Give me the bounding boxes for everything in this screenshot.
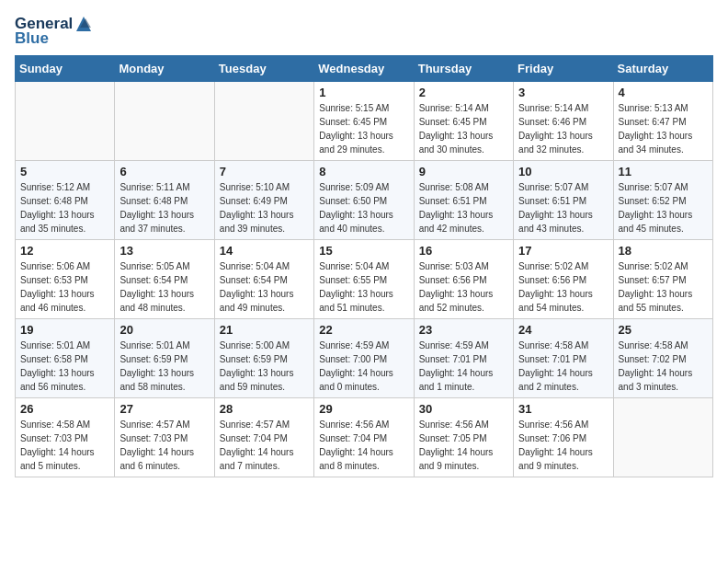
calendar-cell: 8Sunrise: 5:09 AMSunset: 6:50 PMDaylight… <box>314 161 414 240</box>
calendar-cell: 12Sunrise: 5:06 AMSunset: 6:53 PMDayligh… <box>16 240 115 319</box>
day-number: 4 <box>619 86 708 99</box>
day-info: Sunrise: 5:08 AMSunset: 6:51 PMDaylight:… <box>419 180 508 236</box>
calendar-cell: 16Sunrise: 5:03 AMSunset: 6:56 PMDayligh… <box>414 240 513 319</box>
calendar-cell: 6Sunrise: 5:11 AMSunset: 6:48 PMDaylight… <box>115 161 214 240</box>
calendar-week-row: 19Sunrise: 5:01 AMSunset: 6:58 PMDayligh… <box>16 319 713 398</box>
calendar-week-row: 26Sunrise: 4:58 AMSunset: 7:03 PMDayligh… <box>16 398 713 477</box>
day-number: 19 <box>20 323 109 337</box>
calendar-cell: 25Sunrise: 4:58 AMSunset: 7:02 PMDayligh… <box>613 319 712 398</box>
day-number: 24 <box>518 323 608 337</box>
weekday-header: Sunday <box>16 56 115 82</box>
logo-triangle-icon <box>74 15 91 33</box>
day-info: Sunrise: 5:04 AMSunset: 6:54 PMDaylight:… <box>220 259 309 315</box>
day-info: Sunrise: 5:03 AMSunset: 6:56 PMDaylight:… <box>419 259 508 315</box>
day-info: Sunrise: 5:01 AMSunset: 6:58 PMDaylight:… <box>20 339 109 394</box>
day-number: 14 <box>220 244 309 258</box>
day-number: 21 <box>220 323 309 337</box>
day-info: Sunrise: 4:59 AMSunset: 7:01 PMDaylight:… <box>419 339 508 394</box>
logo-blue-text: Blue <box>15 29 49 48</box>
day-info: Sunrise: 5:14 AMSunset: 6:45 PMDaylight:… <box>419 101 508 156</box>
day-info: Sunrise: 5:00 AMSunset: 6:59 PMDaylight:… <box>220 339 309 394</box>
calendar-cell: 26Sunrise: 4:58 AMSunset: 7:03 PMDayligh… <box>16 398 115 477</box>
weekday-header: Friday <box>514 56 613 82</box>
day-number: 10 <box>518 165 608 178</box>
day-number: 1 <box>319 86 408 99</box>
calendar-cell: 1Sunrise: 5:15 AMSunset: 6:45 PMDaylight… <box>314 82 414 161</box>
day-info: Sunrise: 5:07 AMSunset: 6:51 PMDaylight:… <box>518 180 608 236</box>
day-info: Sunrise: 5:01 AMSunset: 6:59 PMDaylight:… <box>119 339 209 394</box>
calendar-cell: 3Sunrise: 5:14 AMSunset: 6:46 PMDaylight… <box>514 82 613 161</box>
day-info: Sunrise: 5:06 AMSunset: 6:53 PMDaylight:… <box>20 259 109 315</box>
calendar-cell: 4Sunrise: 5:13 AMSunset: 6:47 PMDaylight… <box>613 82 712 161</box>
calendar-cell: 28Sunrise: 4:57 AMSunset: 7:04 PMDayligh… <box>214 398 313 477</box>
day-info: Sunrise: 4:58 AMSunset: 7:02 PMDaylight:… <box>619 339 708 394</box>
day-number: 31 <box>518 402 608 416</box>
calendar-header-row: SundayMondayTuesdayWednesdayThursdayFrid… <box>16 56 713 82</box>
calendar-week-row: 5Sunrise: 5:12 AMSunset: 6:48 PMDaylight… <box>16 161 713 240</box>
day-info: Sunrise: 4:58 AMSunset: 7:01 PMDaylight:… <box>518 339 608 394</box>
day-number: 11 <box>619 165 708 178</box>
calendar-week-row: 12Sunrise: 5:06 AMSunset: 6:53 PMDayligh… <box>16 240 713 319</box>
calendar-cell: 21Sunrise: 5:00 AMSunset: 6:59 PMDayligh… <box>214 319 313 398</box>
calendar-cell: 23Sunrise: 4:59 AMSunset: 7:01 PMDayligh… <box>414 319 513 398</box>
calendar-cell: 10Sunrise: 5:07 AMSunset: 6:51 PMDayligh… <box>514 161 613 240</box>
calendar-cell <box>214 82 313 161</box>
day-number: 12 <box>20 244 109 258</box>
calendar-cell <box>613 398 712 477</box>
day-info: Sunrise: 4:56 AMSunset: 7:05 PMDaylight:… <box>419 418 508 473</box>
logo: General Blue <box>15 15 91 48</box>
day-number: 5 <box>20 165 109 178</box>
day-info: Sunrise: 4:59 AMSunset: 7:00 PMDaylight:… <box>319 339 408 394</box>
day-number: 13 <box>119 244 209 258</box>
calendar-cell: 7Sunrise: 5:10 AMSunset: 6:49 PMDaylight… <box>214 161 313 240</box>
day-number: 15 <box>319 244 408 258</box>
calendar-cell: 9Sunrise: 5:08 AMSunset: 6:51 PMDaylight… <box>414 161 513 240</box>
calendar-week-row: 1Sunrise: 5:15 AMSunset: 6:45 PMDaylight… <box>16 82 713 161</box>
calendar-cell: 2Sunrise: 5:14 AMSunset: 6:45 PMDaylight… <box>414 82 513 161</box>
calendar-cell: 14Sunrise: 5:04 AMSunset: 6:54 PMDayligh… <box>214 240 313 319</box>
calendar-cell: 31Sunrise: 4:56 AMSunset: 7:06 PMDayligh… <box>514 398 613 477</box>
day-number: 22 <box>319 323 408 337</box>
day-number: 18 <box>619 244 708 258</box>
weekday-header: Monday <box>115 56 214 82</box>
calendar-cell: 20Sunrise: 5:01 AMSunset: 6:59 PMDayligh… <box>115 319 214 398</box>
day-info: Sunrise: 5:10 AMSunset: 6:49 PMDaylight:… <box>220 180 309 236</box>
day-number: 2 <box>419 86 508 99</box>
day-info: Sunrise: 4:58 AMSunset: 7:03 PMDaylight:… <box>20 418 109 473</box>
day-number: 26 <box>20 402 109 416</box>
day-number: 17 <box>518 244 608 258</box>
weekday-header: Thursday <box>414 56 513 82</box>
calendar-cell: 22Sunrise: 4:59 AMSunset: 7:00 PMDayligh… <box>314 319 414 398</box>
day-info: Sunrise: 5:14 AMSunset: 6:46 PMDaylight:… <box>518 101 608 156</box>
day-number: 23 <box>419 323 508 337</box>
day-number: 3 <box>518 86 608 99</box>
calendar-cell <box>115 82 214 161</box>
day-number: 6 <box>119 165 209 178</box>
day-info: Sunrise: 5:12 AMSunset: 6:48 PMDaylight:… <box>20 180 109 236</box>
day-info: Sunrise: 5:09 AMSunset: 6:50 PMDaylight:… <box>319 180 408 236</box>
day-info: Sunrise: 4:57 AMSunset: 7:03 PMDaylight:… <box>119 418 209 473</box>
weekday-header: Wednesday <box>314 56 414 82</box>
calendar-cell: 30Sunrise: 4:56 AMSunset: 7:05 PMDayligh… <box>414 398 513 477</box>
day-number: 25 <box>619 323 708 337</box>
day-number: 20 <box>119 323 209 337</box>
day-number: 27 <box>119 402 209 416</box>
day-number: 7 <box>220 165 309 178</box>
calendar-cell: 24Sunrise: 4:58 AMSunset: 7:01 PMDayligh… <box>514 319 613 398</box>
weekday-header: Tuesday <box>214 56 313 82</box>
calendar-cell: 29Sunrise: 4:56 AMSunset: 7:04 PMDayligh… <box>314 398 414 477</box>
day-info: Sunrise: 5:07 AMSunset: 6:52 PMDaylight:… <box>619 180 708 236</box>
calendar-table: SundayMondayTuesdayWednesdayThursdayFrid… <box>15 55 713 477</box>
day-number: 9 <box>419 165 508 178</box>
calendar-cell: 18Sunrise: 5:02 AMSunset: 6:57 PMDayligh… <box>613 240 712 319</box>
day-number: 30 <box>419 402 508 416</box>
day-info: Sunrise: 5:13 AMSunset: 6:47 PMDaylight:… <box>619 101 708 156</box>
day-number: 16 <box>419 244 508 258</box>
calendar-cell: 17Sunrise: 5:02 AMSunset: 6:56 PMDayligh… <box>514 240 613 319</box>
day-info: Sunrise: 4:56 AMSunset: 7:04 PMDaylight:… <box>319 418 408 473</box>
calendar-cell: 15Sunrise: 5:04 AMSunset: 6:55 PMDayligh… <box>314 240 414 319</box>
day-info: Sunrise: 5:02 AMSunset: 6:57 PMDaylight:… <box>619 259 708 315</box>
day-info: Sunrise: 5:04 AMSunset: 6:55 PMDaylight:… <box>319 259 408 315</box>
day-info: Sunrise: 5:15 AMSunset: 6:45 PMDaylight:… <box>319 101 408 156</box>
day-number: 28 <box>220 402 309 416</box>
